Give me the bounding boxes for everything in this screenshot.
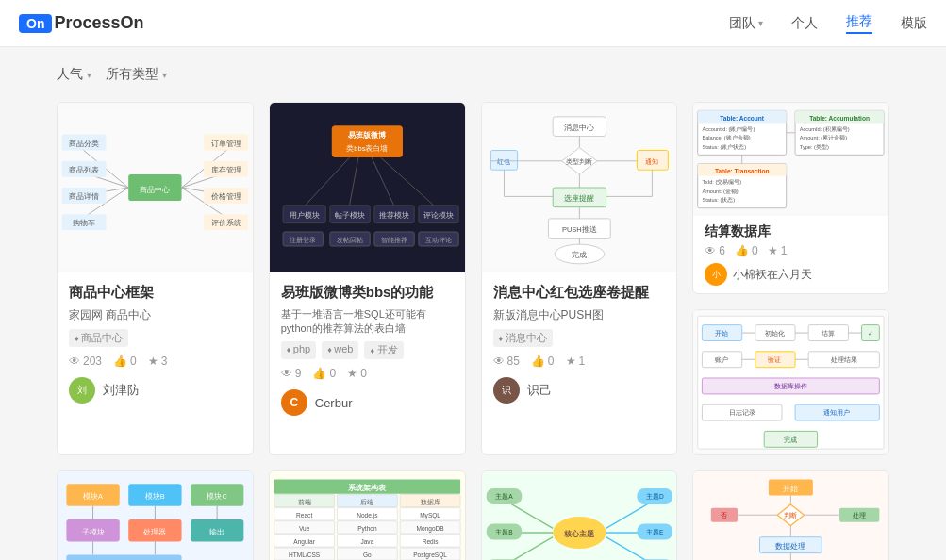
- card-stats: 👁 203 👍 0 ★ 3: [69, 354, 241, 368]
- card-stats: 👁 9 👍 0 ★ 0: [281, 367, 454, 380]
- svg-text:React: React: [296, 512, 312, 519]
- svg-text:Node.js: Node.js: [357, 512, 378, 519]
- card-thumbnail: Table: Account AccountId: (账户编号) Balance…: [693, 103, 888, 216]
- like-count: 👍 0: [531, 354, 555, 368]
- svg-text:类bbs表白墙: 类bbs表白墙: [346, 144, 388, 153]
- card-billing-db[interactable]: Table: Account AccountId: (账户编号) Balance…: [692, 102, 889, 294]
- card-product-center[interactable]: 商品中心 商品分类 商品列表 商品详情: [57, 102, 254, 455]
- svg-text:主题B: 主题B: [495, 529, 513, 535]
- card-info: 易班版微博类bbs的功能 基于一堆语言一堆SQL还可能有python的推荐算法的…: [270, 272, 465, 427]
- card-title: 结算数据库: [705, 223, 877, 240]
- card-bottom-3[interactable]: 核心主题 主题A 主题B 主题C: [481, 470, 678, 560]
- bottom-diagram-2: 系统架构表 前端 后端 数据库 React Node.js MySQL Vue: [270, 471, 465, 560]
- card-title: 商品中心框架: [69, 284, 241, 302]
- svg-text:Amount: (金额): Amount: (金额): [703, 188, 739, 194]
- view-count: 👁 85: [493, 354, 520, 368]
- svg-text:模块C: 模块C: [207, 493, 227, 502]
- card-author: 刘 刘津防: [69, 377, 241, 404]
- star-count: ★ 1: [768, 244, 788, 257]
- svg-text:否: 否: [722, 512, 728, 519]
- svg-text:数据处理: 数据处理: [776, 542, 806, 551]
- card-subtitle: 家园网 商品中心: [69, 307, 241, 323]
- svg-text:主题E: 主题E: [646, 529, 664, 535]
- filter-type[interactable]: 所有类型 ▾: [106, 66, 167, 83]
- svg-text:开始: 开始: [715, 330, 728, 338]
- svg-text:商品列表: 商品列表: [69, 166, 99, 174]
- svg-text:处理结果: 处理结果: [831, 356, 857, 363]
- svg-text:订单管理: 订单管理: [211, 140, 241, 148]
- card-bbs[interactable]: 易班版微博 类bbs表白墙 用户模块 帖子模块 推荐模块 评论模块: [269, 102, 466, 455]
- card-right-bottom[interactable]: 开始 初始化 结算 ✓ 账户: [692, 309, 889, 455]
- card-message-center[interactable]: 消息中心 类型判断 红包 通知 选: [481, 102, 678, 455]
- card-author: 识 识己: [493, 377, 666, 404]
- svg-text:Redis: Redis: [422, 539, 438, 546]
- card-tag-web: web: [322, 341, 358, 359]
- svg-text:核心主题: 核心主题: [563, 529, 594, 538]
- card-bottom-2[interactable]: 系统架构表 前端 后端 数据库 React Node.js MySQL Vue: [269, 470, 466, 560]
- card-thumbnail: 易班版微博 类bbs表白墙 用户模块 帖子模块 推荐模块 评论模块: [270, 103, 465, 272]
- logo-text: ProcessOn: [54, 13, 143, 33]
- svg-text:PUSH推送: PUSH推送: [561, 225, 596, 234]
- card-tags: php web 开发: [281, 341, 454, 359]
- avatar: C: [281, 389, 307, 416]
- chevron-down-icon: ▾: [162, 70, 167, 80]
- svg-text:用户模块: 用户模块: [289, 211, 319, 220]
- view-count: 👁 9: [281, 367, 302, 380]
- svg-text:评价系统: 评价系统: [211, 219, 241, 227]
- svg-text:Status: (账户状态): Status: (账户状态): [703, 143, 747, 150]
- avatar: 小: [705, 263, 727, 286]
- card-info: 商品中心框架 家园网 商品中心 商品中心 👁 203 👍 0 ★ 3 刘 刘津防: [58, 272, 253, 415]
- svg-text:模块A: 模块A: [83, 493, 103, 502]
- svg-text:后端: 后端: [360, 499, 373, 505]
- svg-text:Go: Go: [363, 552, 372, 559]
- nav-team[interactable]: 团队 ▾: [729, 15, 763, 32]
- card-bottom-4[interactable]: 开始 判断 否 处理 数据处理: [692, 470, 889, 560]
- nav-recommend[interactable]: 推荐: [846, 13, 872, 34]
- view-count: 👁 203: [69, 354, 102, 368]
- db-diagram: Table: Account AccountId: (账户编号) Balance…: [693, 103, 888, 216]
- card-subtitle: 基于一堆语言一堆SQL还可能有python的推荐算法的表白墙: [281, 307, 454, 336]
- svg-text:Vue: Vue: [299, 525, 310, 532]
- svg-text:易班版微博: 易班版微博: [348, 130, 387, 140]
- author-name: 小棉袄在六月天: [733, 267, 812, 283]
- main-nav: 团队 ▾ 个人 推荐 模版: [729, 13, 927, 34]
- card-bottom-1[interactable]: 模块A 模块B 模块C 子模块 处理器 输出: [57, 470, 254, 560]
- main-content: 人气 ▾ 所有类型 ▾ 商品中心: [0, 47, 946, 560]
- svg-text:Table: Account: Table: Account: [721, 115, 765, 122]
- filter-popularity[interactable]: 人气 ▾: [57, 66, 91, 83]
- card-title: 易班版微博类bbs的功能: [281, 284, 454, 302]
- svg-text:帖子模块: 帖子模块: [334, 211, 364, 220]
- card-tags: 商品中心: [69, 329, 241, 347]
- card-author: 小 小棉袄在六月天: [705, 263, 877, 286]
- card-stats: 👁 6 👍 0 ★ 1: [705, 244, 877, 257]
- logo[interactable]: On ProcessOn: [19, 13, 144, 33]
- nav-template[interactable]: 模版: [901, 15, 927, 32]
- svg-text:Table: Transaction: Table: Transaction: [715, 168, 770, 174]
- card-info: 结算数据库 👁 6 👍 0 ★ 1 小 小棉袄在六月天: [693, 216, 888, 293]
- svg-text:MySQL: MySQL: [420, 512, 440, 519]
- author-name: 刘津防: [103, 382, 140, 399]
- svg-text:互动评论: 互动评论: [424, 237, 451, 243]
- author-name: Cerbur: [315, 396, 353, 410]
- svg-text:TxId: (交易编号): TxId: (交易编号): [703, 178, 742, 185]
- svg-text:完成: 完成: [785, 436, 798, 443]
- nav-personal[interactable]: 个人: [791, 15, 818, 32]
- card-tag: 商品中心: [69, 329, 128, 347]
- svg-text:初始化: 初始化: [765, 330, 785, 338]
- bottom-diagram-4: 开始 判断 否 处理 数据处理: [693, 471, 888, 560]
- svg-text:判断: 判断: [785, 512, 798, 519]
- author-name: 识己: [527, 382, 552, 399]
- svg-text:商品分类: 商品分类: [69, 140, 99, 148]
- svg-text:数据库: 数据库: [420, 499, 440, 505]
- svg-text:库存管理: 库存管理: [211, 166, 241, 174]
- like-count: 👍 0: [312, 367, 336, 380]
- svg-text:类型判断: 类型判断: [566, 158, 592, 165]
- bottom-diagram-3: 核心主题 主题A 主题B 主题C: [482, 471, 677, 560]
- svg-text:处理: 处理: [853, 512, 866, 519]
- svg-text:选座提醒: 选座提醒: [564, 194, 594, 203]
- svg-text:消息中心: 消息中心: [564, 124, 594, 132]
- card-thumbnail: 消息中心 类型判断 红包 通知 选: [482, 103, 677, 272]
- header: On ProcessOn 团队 ▾ 个人 推荐 模版: [0, 0, 946, 47]
- svg-text:结算: 结算: [822, 330, 835, 337]
- svg-text:系统架构表: 系统架构表: [348, 483, 387, 492]
